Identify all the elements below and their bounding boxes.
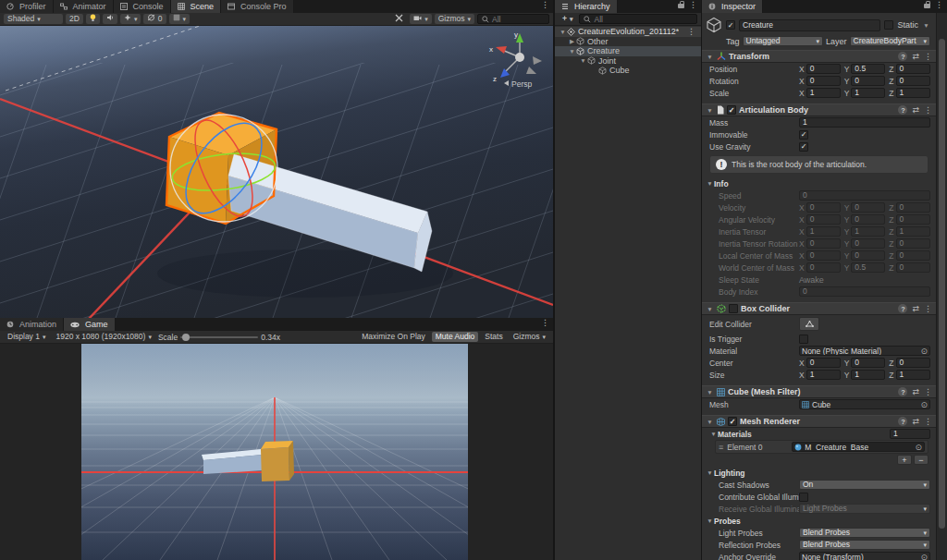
reflection-probes-dropdown[interactable]: Blend Probes	[799, 540, 930, 550]
inspector-scrollbar[interactable]	[936, 13, 947, 560]
scale-x-field[interactable]: 1	[806, 88, 841, 98]
lock-icon[interactable]	[677, 0, 685, 9]
mesh-filter-header[interactable]: Cube (Mesh Filter)	[702, 385, 936, 398]
scene-visibility-toggle[interactable]: 0	[143, 14, 166, 24]
preset-icon[interactable]	[912, 387, 919, 396]
scene-lighting-toggle[interactable]	[86, 14, 100, 24]
scene-viewport[interactable]: y x z Persp	[0, 26, 553, 318]
component-menu-icon[interactable]	[924, 105, 932, 115]
tree-item-cube[interactable]: Cube	[555, 66, 701, 76]
foldout-icon[interactable]	[706, 107, 714, 114]
position-z-field[interactable]: 0	[896, 64, 930, 74]
scale-slider[interactable]	[180, 336, 258, 338]
scene-tab-menu-icon[interactable]	[537, 0, 553, 13]
foldout-icon[interactable]	[706, 469, 714, 476]
mass-field[interactable]: 1	[799, 117, 930, 128]
probes-foldout[interactable]: Probes	[702, 515, 936, 527]
mesh-renderer-header[interactable]: Mesh Renderer	[702, 415, 936, 428]
material-element-row[interactable]: ≡ Element 0 M_Creature_Base	[715, 440, 929, 454]
preset-icon[interactable]	[912, 52, 919, 61]
contribute-gi-checkbox[interactable]	[799, 493, 808, 502]
static-checkbox[interactable]	[884, 20, 893, 30]
stats-toggle[interactable]: Stats	[481, 332, 506, 342]
active-checkbox[interactable]	[726, 20, 735, 30]
material-object-field[interactable]: M_Creature_Base	[792, 442, 925, 452]
tab-console[interactable]: Console	[114, 0, 171, 13]
size-x-field[interactable]: 1	[806, 370, 841, 380]
anchor-override-field[interactable]: None (Transform)	[799, 552, 930, 560]
physic-material-field[interactable]: None (Physic Material)	[799, 346, 930, 356]
immovable-checkbox[interactable]	[799, 130, 808, 140]
scene-row-menu-icon[interactable]	[683, 27, 699, 36]
light-probes-dropdown[interactable]: Blend Probes	[799, 528, 930, 538]
size-z-field[interactable]: 1	[896, 370, 930, 380]
game-tab-menu-icon[interactable]	[537, 318, 553, 331]
maximize-on-play-toggle[interactable]: Maximize On Play	[358, 332, 429, 342]
object-picker-icon[interactable]	[920, 347, 928, 356]
hierarchy-menu-icon[interactable]	[685, 0, 701, 13]
tab-animation[interactable]: Animation	[0, 318, 64, 331]
effects-dropdown[interactable]	[120, 14, 141, 24]
remove-material-button[interactable]: −	[914, 455, 929, 465]
tree-item-scene[interactable]: CreatureEvolution_201112*	[555, 27, 701, 37]
preset-icon[interactable]	[912, 417, 919, 426]
size-y-field[interactable]: 1	[851, 370, 885, 380]
reorder-handle-icon[interactable]: ≡	[719, 443, 723, 452]
display-dropdown[interactable]: Display 1	[4, 332, 49, 342]
component-enabled-checkbox[interactable]	[727, 105, 736, 115]
scene-audio-toggle[interactable]	[103, 14, 117, 24]
rotation-x-field[interactable]: 0	[806, 76, 841, 86]
scale-slider-knob[interactable]	[182, 334, 190, 341]
materials-row[interactable]: Materials 1	[702, 428, 936, 440]
gizmos-dropdown[interactable]: Gizmos	[435, 14, 474, 24]
center-z-field[interactable]: 0	[896, 358, 930, 368]
foldout-icon[interactable]	[706, 517, 714, 524]
mesh-field[interactable]: Cube	[799, 399, 930, 409]
tab-animator[interactable]: Animator	[54, 0, 114, 13]
foldout-icon[interactable]	[568, 48, 576, 55]
articulation-body-header[interactable]: Articulation Body	[702, 103, 936, 116]
rotation-z-field[interactable]: 0	[896, 76, 930, 86]
help-icon[interactable]	[898, 387, 907, 396]
cast-shadows-dropdown[interactable]: On	[799, 480, 930, 490]
draw-mode-dropdown[interactable]: Shaded	[4, 14, 63, 24]
component-menu-icon[interactable]	[924, 387, 932, 396]
foldout-icon[interactable]	[706, 306, 714, 312]
camera-dropdown[interactable]	[410, 14, 432, 24]
foldout-icon[interactable]	[568, 38, 576, 45]
tab-inspector[interactable]: Inspector	[702, 0, 763, 13]
preset-icon[interactable]	[912, 105, 919, 115]
component-menu-icon[interactable]	[924, 417, 932, 426]
tab-console-pro[interactable]: Console Pro	[221, 0, 294, 13]
add-material-button[interactable]: +	[897, 455, 912, 465]
center-y-field[interactable]: 0	[851, 358, 885, 368]
tree-item-other[interactable]: Other	[555, 37, 701, 47]
foldout-icon[interactable]	[706, 389, 714, 396]
object-picker-icon[interactable]	[920, 553, 928, 560]
component-enabled-checkbox[interactable]	[728, 417, 737, 426]
position-x-field[interactable]: 0	[806, 64, 841, 74]
rotation-y-field[interactable]: 0	[851, 76, 885, 86]
tab-scene[interactable]: Scene	[171, 0, 222, 13]
layer-dropdown[interactable]: CreatureBodyPart	[850, 36, 930, 46]
scale-z-field[interactable]: 1	[896, 88, 930, 98]
help-icon[interactable]	[898, 417, 907, 426]
foldout-icon[interactable]	[706, 180, 714, 187]
component-menu-icon[interactable]	[924, 304, 932, 313]
help-icon[interactable]	[898, 52, 907, 61]
materials-count-field[interactable]: 1	[890, 429, 930, 439]
game-gizmos-dropdown[interactable]: Gizmos	[510, 332, 549, 342]
lock-icon[interactable]	[923, 0, 931, 9]
box-collider-header[interactable]: Box Collider	[702, 302, 936, 315]
grid-visual-dropdown[interactable]	[169, 14, 191, 24]
2d-toggle[interactable]: 2D	[66, 14, 83, 24]
foldout-icon[interactable]	[709, 431, 718, 437]
lighting-foldout[interactable]: Lighting	[702, 467, 936, 479]
position-y-field[interactable]: 0.5	[851, 64, 885, 74]
game-viewport[interactable]	[0, 344, 553, 560]
add-object-button[interactable]: +	[559, 14, 576, 24]
component-enabled-checkbox[interactable]	[729, 304, 738, 313]
foldout-icon[interactable]	[706, 54, 714, 60]
help-icon[interactable]	[898, 105, 907, 115]
component-tools-button[interactable]	[391, 14, 407, 24]
